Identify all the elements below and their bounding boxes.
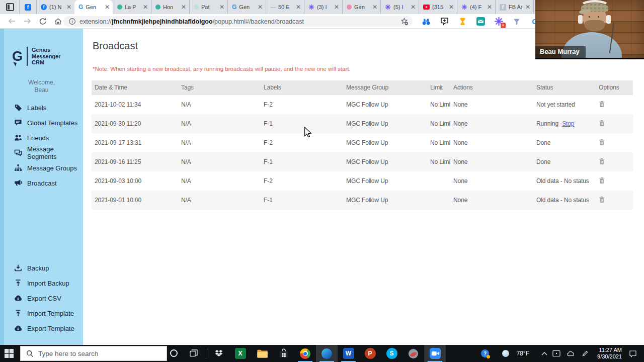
facebook-icon: f bbox=[25, 4, 31, 11]
tab-youtube[interactable]: (315 ✕ bbox=[419, 0, 457, 14]
delete-trash-icon[interactable] bbox=[599, 158, 605, 165]
tray-chevron-up-icon[interactable] bbox=[541, 345, 547, 362]
close-icon[interactable]: ✕ bbox=[257, 4, 264, 10]
stop-broadcast-link[interactable]: Stop bbox=[562, 120, 574, 127]
tab-3[interactable]: (3) I ✕ bbox=[304, 0, 342, 14]
taskbar-powerpoint-icon[interactable]: P bbox=[359, 345, 381, 362]
weather-temp[interactable]: 78°F bbox=[517, 345, 529, 362]
url-text: extension://jfnchnfmkjiehpejhindhbiafldo… bbox=[79, 18, 400, 25]
binoculars-extension-icon[interactable] bbox=[421, 16, 432, 27]
pale-site-icon bbox=[194, 5, 199, 10]
home-icon[interactable] bbox=[52, 16, 63, 27]
bookmark-star-icon[interactable] bbox=[400, 17, 409, 26]
weather-icon[interactable] bbox=[502, 345, 509, 362]
tab-fb-ads[interactable]: f FB Ad ✕ bbox=[495, 0, 533, 14]
close-icon[interactable]: ✕ bbox=[524, 4, 531, 10]
taskbar-zoom-icon[interactable] bbox=[424, 345, 446, 362]
close-icon[interactable]: ✕ bbox=[142, 4, 149, 10]
chat-plus-extension-icon[interactable] bbox=[439, 16, 450, 27]
tab-facebook-notifications[interactable]: f (1) N ✕ bbox=[36, 0, 74, 14]
sidebar-item-friends[interactable]: Friends bbox=[0, 130, 83, 145]
taskbar-edge-icon[interactable] bbox=[316, 345, 338, 362]
close-icon[interactable]: ✕ bbox=[218, 4, 225, 10]
forward-icon[interactable] bbox=[22, 16, 33, 27]
page-title: Broadcast bbox=[93, 40, 138, 52]
close-icon[interactable]: ✕ bbox=[65, 4, 72, 10]
sidebar-item-labels[interactable]: Labels bbox=[0, 100, 83, 115]
sidebar-item-global-templates[interactable]: Global Templates bbox=[0, 115, 83, 130]
starburst-extension-icon[interactable]: 1 bbox=[493, 16, 504, 27]
windows-taskbar: X W P S ? 78°F bbox=[0, 345, 644, 362]
reload-icon[interactable] bbox=[37, 16, 48, 27]
tab-4-f[interactable]: (4) F ✕ bbox=[457, 0, 495, 14]
close-icon[interactable]: ✕ bbox=[448, 4, 455, 10]
taskbar-search[interactable] bbox=[20, 346, 167, 361]
upload-arrow-icon bbox=[14, 309, 22, 317]
taskbar-snagit-icon[interactable] bbox=[403, 345, 424, 362]
funnel-extension-icon[interactable] bbox=[511, 16, 522, 27]
pen-icon[interactable] bbox=[582, 345, 589, 362]
help-tray-icon[interactable]: ? bbox=[481, 345, 489, 362]
taskbar-microsoft-store-icon[interactable] bbox=[273, 345, 294, 362]
taskbar-file-explorer-icon[interactable] bbox=[251, 345, 273, 362]
trophy-extension-icon[interactable] bbox=[457, 16, 468, 27]
back-icon[interactable] bbox=[6, 16, 17, 27]
sidebar-item-import-template[interactable]: Import Template bbox=[0, 306, 83, 321]
delete-trash-icon[interactable] bbox=[599, 196, 605, 203]
cortana-icon[interactable] bbox=[170, 349, 178, 357]
cloud-download-icon bbox=[14, 294, 22, 302]
tab-genius-3[interactable]: Gen ✕ bbox=[342, 0, 380, 14]
tab-genius-crm-active[interactable]: G Gen ✕ bbox=[74, 0, 113, 14]
facebook-faded-icon: f bbox=[500, 4, 506, 11]
clock[interactable]: 11:27 AM 9/30/2021 bbox=[597, 345, 622, 362]
mail-extension-icon[interactable] bbox=[475, 16, 486, 27]
url-bar[interactable]: extension://jfnchnfmkjiehpejhindhbiafldo… bbox=[63, 16, 413, 27]
site-info-icon[interactable] bbox=[68, 18, 76, 25]
sidebar-item-message-segments[interactable]: Message Segments bbox=[0, 145, 83, 160]
sidebar-item-broadcast[interactable]: Broadcast bbox=[0, 175, 83, 191]
close-icon[interactable]: ✕ bbox=[371, 4, 378, 10]
taskbar-word-icon[interactable]: W bbox=[338, 345, 359, 362]
pinned-tab-facebook[interactable]: f bbox=[19, 0, 36, 14]
close-icon[interactable]: ✕ bbox=[333, 4, 340, 10]
sidebar-item-import-backup[interactable]: Import Backup bbox=[0, 276, 83, 291]
screen: f f (1) N ✕ G Gen ✕ La P ✕ Hon ✕ Pat ✕ G bbox=[0, 0, 644, 362]
sidebar: G Genius Messenger CRM Welcome, Beau Lab… bbox=[0, 29, 83, 345]
upload-arrow-icon bbox=[14, 279, 22, 287]
tab-pat[interactable]: Pat ✕ bbox=[189, 0, 227, 14]
action-center-icon[interactable] bbox=[629, 345, 637, 362]
taskbar-chrome-icon[interactable] bbox=[294, 345, 316, 362]
extensions-row: 1 G bbox=[421, 16, 540, 27]
close-icon[interactable]: ✕ bbox=[295, 4, 302, 10]
onedrive-cloud-icon[interactable] bbox=[567, 345, 575, 362]
headphone-earcup bbox=[578, 15, 583, 24]
start-button-icon[interactable] bbox=[5, 349, 14, 358]
close-icon[interactable]: ✕ bbox=[104, 4, 111, 10]
tablet-mode-icon[interactable] bbox=[552, 345, 560, 362]
close-icon[interactable]: ✕ bbox=[180, 4, 187, 10]
tab-genius-2[interactable]: G Gen ✕ bbox=[227, 0, 266, 14]
taskbar-skype-icon[interactable]: S bbox=[381, 345, 403, 362]
sidebar-item-export-template[interactable]: Export Template bbox=[0, 321, 83, 336]
delete-trash-icon[interactable] bbox=[599, 120, 605, 127]
taskbar-excel-icon[interactable]: X bbox=[229, 345, 251, 362]
delete-trash-icon[interactable] bbox=[599, 101, 605, 108]
delete-trash-icon[interactable] bbox=[599, 177, 605, 184]
side-panel-icon[interactable] bbox=[6, 3, 14, 11]
tab-50-e[interactable]: — 50 E ✕ bbox=[266, 0, 304, 14]
task-view-icon[interactable] bbox=[190, 349, 198, 357]
broadcast-table: Date & Time Tags Labels Message Group Li… bbox=[92, 80, 633, 210]
youtube-icon bbox=[423, 5, 430, 10]
tab-la-p[interactable]: La P ✕ bbox=[113, 0, 151, 14]
sidebar-item-backup[interactable]: Backup bbox=[0, 260, 83, 276]
taskbar-dropbox-icon[interactable] bbox=[208, 345, 229, 362]
search-input[interactable] bbox=[38, 350, 154, 357]
status-text: Old data - No status bbox=[536, 197, 589, 204]
tab-hon[interactable]: Hon ✕ bbox=[151, 0, 189, 14]
sidebar-item-message-groups[interactable]: Message Groups bbox=[0, 160, 83, 175]
close-icon[interactable]: ✕ bbox=[486, 4, 493, 10]
delete-trash-icon[interactable] bbox=[599, 139, 605, 146]
close-icon[interactable]: ✕ bbox=[410, 4, 417, 10]
tab-5[interactable]: (5) I ✕ bbox=[380, 0, 419, 14]
sidebar-item-export-csv[interactable]: Export CSV bbox=[0, 291, 83, 306]
